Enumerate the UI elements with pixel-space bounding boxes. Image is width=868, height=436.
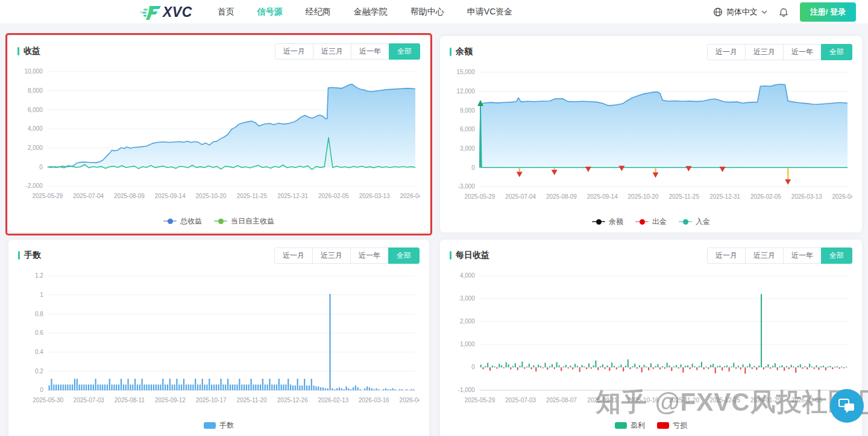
lots-chart[interactable]: 00.20.40.60.811.22025-05-302025-07-03202…	[18, 267, 420, 418]
svg-text:2025-12-31: 2025-12-31	[709, 193, 740, 200]
svg-text:2026-02-05: 2026-02-05	[750, 193, 781, 200]
filter-all[interactable]: 全部	[821, 248, 852, 264]
filter-1m[interactable]: 近一月	[274, 248, 313, 264]
legend-item[interactable]: 出金	[635, 217, 667, 227]
svg-text:9,000: 9,000	[460, 107, 475, 114]
panel-title: 手数	[18, 250, 41, 261]
filter-3m[interactable]: 近三月	[312, 248, 351, 264]
legend-item[interactable]: 余额	[592, 217, 623, 227]
legend-item[interactable]: 入金	[679, 217, 710, 227]
legend-item[interactable]: 盈利	[615, 420, 645, 431]
daily-profit-chart-legend: 盈利亏损	[450, 419, 852, 431]
filter-1m[interactable]: 近一月	[707, 248, 746, 264]
title-bar-accent	[17, 47, 19, 55]
svg-text:2025-07-04: 2025-07-04	[505, 193, 536, 200]
title-bar-accent	[450, 251, 451, 260]
filter-1m[interactable]: 近一月	[275, 43, 313, 60]
svg-text:2025-10-17: 2025-10-17	[196, 397, 227, 403]
svg-text:0: 0	[40, 387, 43, 393]
svg-text:2025-10-20: 2025-10-20	[628, 193, 659, 200]
daily-profit-chart[interactable]: -1,00001,0002,0003,0004,0002025-05-29202…	[450, 267, 852, 418]
filter-1y[interactable]: 近一年	[350, 248, 389, 264]
lots-chart-legend: 手数	[18, 419, 420, 431]
language-selector[interactable]: 简体中文	[713, 7, 767, 17]
svg-text:2025-05-29: 2025-05-29	[464, 397, 495, 403]
range-filter-group: 近一月 近三月 近一年 全部	[708, 248, 852, 264]
svg-text:2025-08-07: 2025-08-07	[546, 397, 577, 403]
menu-item-help[interactable]: 帮助中心	[410, 7, 444, 17]
register-login-button[interactable]: 注册/ 登录	[800, 2, 856, 22]
filter-1y[interactable]: 近一年	[783, 44, 822, 60]
svg-text:0: 0	[471, 164, 475, 171]
chat-widget-button[interactable]	[830, 389, 864, 423]
svg-text:0.8: 0.8	[35, 311, 43, 317]
svg-text:3,000: 3,000	[460, 145, 475, 152]
globe-icon	[713, 7, 723, 17]
chevron-down-icon	[761, 10, 767, 14]
balance-chart-legend: 余额出金入金	[450, 216, 852, 228]
profit-chart-legend: 总收益当日自主收益	[17, 215, 420, 227]
filter-1y[interactable]: 近一年	[783, 248, 822, 264]
filter-3m[interactable]: 近三月	[745, 44, 784, 60]
svg-text:2026-03-16: 2026-03-16	[359, 397, 389, 403]
filter-1m[interactable]: 近一月	[707, 44, 746, 60]
panel-daily-profit: 每日收益 近一月 近三月 近一年 全部 -1,00001,0002,0003,0…	[440, 240, 862, 436]
legend-item[interactable]: 总收益	[163, 216, 202, 226]
svg-text:12,000: 12,000	[456, 88, 475, 95]
svg-text:2025-09-14: 2025-09-14	[155, 193, 186, 199]
svg-text:8,000: 8,000	[28, 87, 43, 94]
svg-text:2026-03-13: 2026-03-13	[791, 193, 822, 200]
title-bar-accent	[450, 48, 451, 56]
svg-text:2025-07-04: 2025-07-04	[73, 193, 104, 199]
svg-text:2025-09-12: 2025-09-12	[155, 397, 186, 403]
svg-text:2025-09-14: 2025-09-14	[587, 193, 618, 200]
filter-all[interactable]: 全部	[389, 43, 420, 60]
chat-bubbles-icon	[838, 398, 856, 414]
menu-item-brokers[interactable]: 经纪商	[306, 7, 331, 17]
svg-text:2025-12-31: 2025-12-31	[277, 193, 308, 199]
menu-item-signals[interactable]: 信号源	[257, 7, 283, 17]
svg-text:0.4: 0.4	[35, 349, 43, 355]
svg-text:2026-04-18: 2026-04-18	[832, 193, 852, 200]
svg-text:2026-04-21: 2026-04-21	[400, 397, 420, 403]
main-menu: 首页 信号源 经纪商 金融学院 帮助中心 申请VC资金	[218, 7, 512, 17]
svg-text:1,000: 1,000	[460, 341, 475, 347]
svg-text:10,000: 10,000	[24, 68, 43, 75]
menu-item-academy[interactable]: 金融学院	[354, 7, 388, 17]
panel-title: 收益	[17, 46, 40, 57]
svg-text:2026-04-18: 2026-04-18	[400, 193, 420, 199]
svg-text:2025-11-20: 2025-11-20	[237, 397, 268, 403]
filter-1y[interactable]: 近一年	[351, 43, 389, 60]
legend-item[interactable]: 手数	[204, 420, 234, 431]
logo[interactable]: XVC	[140, 4, 192, 20]
svg-text:2,000: 2,000	[460, 318, 475, 325]
svg-text:0.6: 0.6	[35, 329, 43, 336]
svg-text:2026-03-13: 2026-03-13	[359, 193, 390, 199]
profit-chart[interactable]: -2,00002,0004,0006,0008,00010,0002025-05…	[17, 63, 420, 214]
filter-3m[interactable]: 近三月	[313, 43, 351, 60]
panel-lots: 手数 近一月 近三月 近一年 全部 00.20.40.60.811.22025-…	[8, 240, 429, 436]
svg-text:2025-08-09: 2025-08-09	[546, 193, 577, 200]
svg-text:2025-07-03: 2025-07-03	[505, 397, 536, 403]
notification-bell-icon[interactable]	[778, 7, 789, 17]
svg-text:2025-09-11: 2025-09-11	[587, 397, 618, 403]
language-label: 简体中文	[726, 7, 758, 17]
svg-text:2025-10-16: 2025-10-16	[628, 397, 659, 403]
legend-item[interactable]: 亏损	[657, 420, 687, 431]
svg-text:0: 0	[39, 164, 43, 170]
legend-item[interactable]: 当日自主收益	[214, 216, 274, 226]
range-filter-group: 近一月 近三月 近一年 全部	[275, 43, 420, 60]
panel-profit: 收益 近一月 近三月 近一年 全部 -2,00002,0004,0006,000…	[8, 36, 430, 232]
filter-all[interactable]: 全部	[821, 44, 852, 60]
svg-text:-3,000: -3,000	[458, 183, 476, 190]
svg-text:2025-07-03: 2025-07-03	[74, 397, 104, 403]
svg-text:2025-08-09: 2025-08-09	[114, 193, 145, 199]
title-bar-accent	[18, 251, 20, 260]
logo-text: XVC	[163, 4, 192, 20]
filter-3m[interactable]: 近三月	[745, 248, 784, 264]
menu-item-apply-funds[interactable]: 申请VC资金	[467, 7, 512, 17]
balance-chart[interactable]: -3,00003,0006,0009,00012,00015,0002025-0…	[450, 64, 852, 214]
filter-all[interactable]: 全部	[388, 248, 420, 264]
svg-text:1: 1	[40, 291, 43, 298]
menu-item-home[interactable]: 首页	[218, 7, 234, 17]
